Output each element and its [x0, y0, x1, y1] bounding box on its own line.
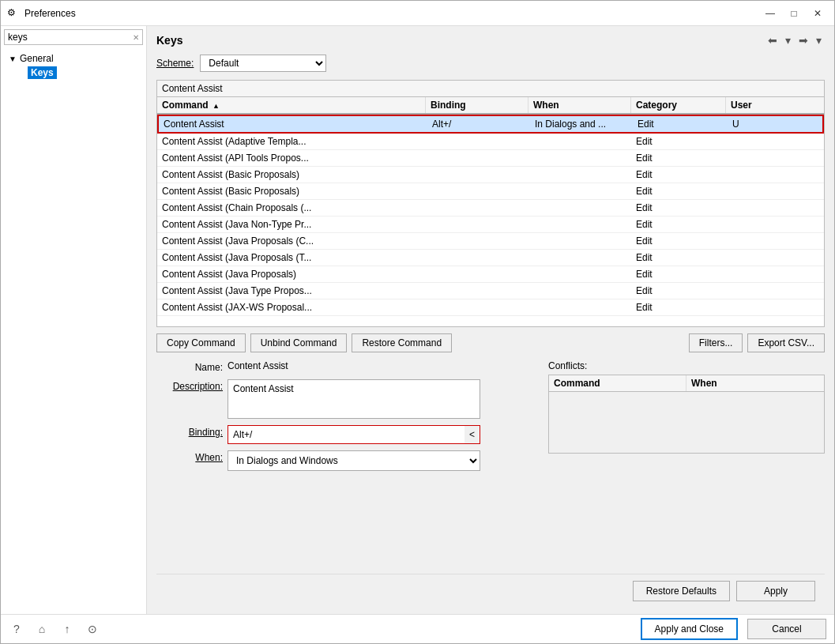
cell-user	[726, 150, 789, 166]
home-icon[interactable]: ⌂	[34, 621, 50, 637]
cell-when	[528, 167, 631, 183]
cell-command: Content Assist (Java Proposals)	[157, 266, 426, 282]
when-select[interactable]: In Dialogs and Windows	[228, 450, 480, 471]
cell-when: In Dialogs and ...	[530, 116, 633, 132]
cell-category: Edit	[631, 233, 726, 249]
main-content: ✕ ▼ General Keys Keys ⬅ ▾ ➡	[1, 26, 834, 614]
cell-category: Edit	[631, 250, 726, 266]
cell-user	[726, 200, 789, 216]
restore-defaults-button[interactable]: Restore Defaults	[633, 581, 730, 601]
title-bar: ⚙ Preferences — □ ✕	[1, 1, 834, 26]
cell-command: Content Assist (JAX-WS Proposal...	[157, 299, 426, 315]
cell-command: Content Assist (Basic Proposals)	[157, 167, 426, 183]
col-when[interactable]: When	[528, 97, 631, 113]
maximize-button[interactable]: □	[784, 6, 804, 21]
cell-category: Edit	[631, 183, 726, 199]
col-binding[interactable]: Binding	[426, 97, 528, 113]
cell-command: Content Assist (Chain Proposals (...	[157, 200, 426, 216]
minimize-button[interactable]: —	[760, 6, 780, 21]
conflicts-header: Command When	[549, 375, 824, 392]
cell-binding	[426, 217, 528, 232]
table-row[interactable]: Content Assist (Basic Proposals) Edit	[157, 183, 824, 200]
name-label: Name:	[156, 360, 228, 373]
binding-expand-button[interactable]: <	[465, 425, 480, 444]
cell-command: Content Assist (Java Proposals (C...	[157, 233, 426, 249]
cell-user	[726, 217, 789, 232]
col-command[interactable]: Command ▲	[157, 97, 426, 113]
apply-close-button[interactable]: Apply and Close	[641, 618, 738, 640]
table-row[interactable]: Content Assist (Adaptive Templa... Edit	[157, 134, 824, 150]
nav-back-button[interactable]: ⬅	[765, 32, 780, 48]
question-icon[interactable]: ?	[9, 621, 24, 637]
window-title: Preferences	[24, 8, 760, 19]
bottom-bar: Restore Defaults Apply	[156, 574, 825, 608]
settings-circle-icon[interactable]: ⊙	[85, 621, 100, 637]
table-row[interactable]: Content Assist (Basic Proposals) Edit	[157, 167, 824, 183]
cell-category: Edit	[631, 283, 726, 299]
cell-user	[726, 266, 789, 282]
search-input[interactable]	[8, 32, 133, 43]
table-row[interactable]: Content Assist (Java Proposals) Edit	[157, 266, 824, 283]
cancel-button[interactable]: Cancel	[747, 619, 826, 639]
cell-command: Content Assist (Java Type Propos...	[157, 283, 426, 299]
table-row[interactable]: Content Assist (Java Type Propos... Edit	[157, 283, 824, 299]
unbind-command-button[interactable]: Unbind Command	[250, 333, 348, 352]
cell-category: Edit	[631, 134, 726, 149]
nav-forward-dropdown-button[interactable]: ▾	[813, 32, 825, 48]
cell-command: Content Assist (Java Proposals (T...	[157, 250, 426, 266]
nav-forward-button[interactable]: ➡	[796, 32, 811, 48]
conflicts-panel: Conflicts: Command When	[548, 360, 825, 574]
window-controls: — □ ✕	[760, 6, 828, 21]
restore-command-button[interactable]: Restore Command	[352, 333, 452, 352]
cell-command: Content Assist (API Tools Propos...	[157, 150, 426, 166]
filters-button[interactable]: Filters...	[689, 333, 743, 352]
cell-category: Edit	[631, 200, 726, 216]
table-row[interactable]: Content Assist (Java Proposals (T... Edi…	[157, 250, 824, 266]
apply-button[interactable]: Apply	[736, 581, 815, 601]
scheme-select[interactable]: Default	[200, 55, 326, 72]
cell-category: Edit	[633, 116, 728, 132]
cell-user: U	[728, 116, 791, 132]
scheme-row: Scheme: Default	[156, 55, 825, 72]
cell-user	[726, 299, 789, 315]
keys-table-container[interactable]: Command ▲ Binding When Category User Con…	[157, 97, 824, 326]
export-icon[interactable]: ↑	[59, 621, 75, 637]
export-csv-button[interactable]: Export CSV...	[747, 333, 825, 352]
details-section: Name: Content Assist Description: Conten…	[156, 360, 825, 574]
cell-binding	[426, 150, 528, 166]
search-box[interactable]: ✕	[4, 29, 143, 45]
binding-label: Binding:	[156, 425, 228, 438]
sidebar-item-general[interactable]: ▼ General	[6, 51, 141, 66]
sidebar-tree: ▼ General Keys	[4, 50, 143, 81]
cell-binding	[426, 167, 528, 183]
command-buttons: Copy Command Unbind Command Restore Comm…	[156, 333, 825, 352]
cell-when	[528, 150, 631, 166]
search-clear-icon[interactable]: ✕	[133, 33, 139, 42]
binding-input-row: <	[228, 425, 480, 444]
col-category[interactable]: Category	[631, 97, 726, 113]
table-row[interactable]: Content Assist (Java Proposals (C... Edi…	[157, 233, 824, 250]
copy-command-button[interactable]: Copy Command	[156, 333, 246, 352]
sidebar-item-general-label: General	[20, 53, 54, 64]
description-box[interactable]: Content Assist	[228, 379, 480, 419]
table-row[interactable]: Content Assist Alt+/ In Dialogs and ... …	[157, 115, 824, 134]
cell-binding	[426, 283, 528, 299]
app-icon: ⚙	[7, 7, 20, 20]
table-row[interactable]: Content Assist (Chain Proposals (... Edi…	[157, 200, 824, 217]
sidebar-item-keys[interactable]: Keys	[6, 66, 141, 80]
cell-category: Edit	[631, 150, 726, 166]
nav-dropdown-button[interactable]: ▾	[782, 32, 794, 48]
cell-when	[528, 250, 631, 266]
table-row[interactable]: Content Assist (JAX-WS Proposal... Edit	[157, 299, 824, 316]
table-row[interactable]: Content Assist (Java Non-Type Pr... Edit	[157, 217, 824, 233]
col-user[interactable]: User	[726, 97, 789, 113]
sort-arrow-icon: ▲	[213, 102, 220, 110]
close-button[interactable]: ✕	[807, 6, 828, 21]
footer: ? ⌂ ↑ ⊙ Apply and Close Cancel	[1, 614, 834, 643]
binding-input[interactable]	[228, 425, 465, 444]
cell-binding	[426, 134, 528, 149]
cell-when	[528, 134, 631, 149]
table-row[interactable]: Content Assist (API Tools Propos... Edit	[157, 150, 824, 167]
when-row: When: In Dialogs and Windows	[156, 450, 540, 471]
binding-row: Binding: <	[156, 425, 540, 444]
